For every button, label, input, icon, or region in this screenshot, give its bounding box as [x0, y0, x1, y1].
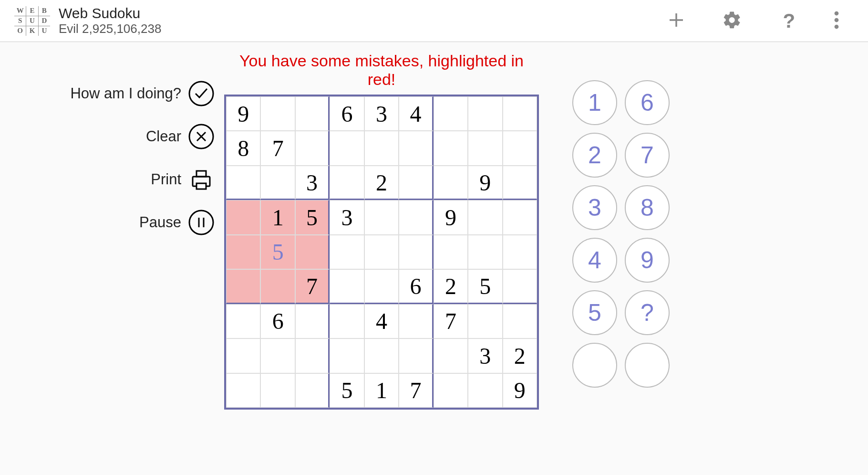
number-button-5[interactable]: 5: [572, 290, 617, 335]
sudoku-cell[interactable]: 6: [330, 96, 364, 131]
sudoku-cell[interactable]: [434, 166, 468, 200]
sudoku-cell[interactable]: [295, 304, 330, 338]
sudoku-cell[interactable]: 6: [399, 269, 433, 304]
sudoku-cell[interactable]: 9: [226, 96, 260, 131]
sudoku-cell[interactable]: 3: [330, 200, 364, 234]
sudoku-cell[interactable]: [295, 373, 330, 408]
sudoku-cell[interactable]: [226, 269, 260, 304]
new-game-icon[interactable]: [666, 10, 686, 32]
sudoku-cell[interactable]: 9: [434, 200, 468, 234]
check-button[interactable]: How am I doing?: [70, 80, 215, 107]
sudoku-cell[interactable]: 4: [364, 304, 399, 338]
sudoku-cell[interactable]: [503, 269, 537, 304]
hint-button[interactable]: ?: [625, 290, 670, 335]
sudoku-cell[interactable]: 2: [503, 338, 537, 373]
sudoku-cell[interactable]: [468, 200, 502, 234]
sudoku-cell[interactable]: [503, 96, 537, 131]
sudoku-cell[interactable]: [295, 96, 330, 131]
sudoku-cell[interactable]: 7: [399, 373, 433, 408]
sudoku-cell[interactable]: [468, 373, 502, 408]
sudoku-cell[interactable]: [503, 235, 537, 269]
sudoku-cell[interactable]: [503, 200, 537, 234]
sudoku-cell[interactable]: 3: [364, 96, 399, 131]
sudoku-cell[interactable]: [260, 269, 295, 304]
sudoku-cell[interactable]: [503, 304, 537, 338]
number-button-3[interactable]: 3: [572, 185, 617, 230]
sudoku-cell[interactable]: [399, 338, 433, 373]
sudoku-cell[interactable]: [434, 373, 468, 408]
sudoku-cell[interactable]: [434, 338, 468, 373]
sudoku-cell[interactable]: [399, 235, 433, 269]
sudoku-cell[interactable]: [226, 304, 260, 338]
sudoku-cell[interactable]: [226, 166, 260, 200]
sudoku-cell[interactable]: 5: [330, 373, 364, 408]
sudoku-cell[interactable]: 5: [468, 269, 502, 304]
sudoku-cell[interactable]: [330, 166, 364, 200]
sudoku-cell[interactable]: [364, 200, 399, 234]
number-button-4[interactable]: 4: [572, 238, 617, 283]
sudoku-cell[interactable]: 3: [468, 338, 502, 373]
sudoku-cell[interactable]: 5: [260, 235, 295, 269]
sudoku-cell[interactable]: 6: [260, 304, 295, 338]
sudoku-cell[interactable]: [226, 373, 260, 408]
number-button-9[interactable]: 9: [625, 238, 670, 283]
pause-button[interactable]: Pause: [139, 209, 215, 236]
sudoku-cell[interactable]: [295, 235, 330, 269]
sudoku-cell[interactable]: [468, 96, 502, 131]
sudoku-cell[interactable]: 1: [260, 200, 295, 234]
sudoku-cell[interactable]: [468, 304, 502, 338]
empty-button[interactable]: [572, 343, 617, 388]
sudoku-cell[interactable]: [399, 166, 433, 200]
help-icon[interactable]: ?: [778, 10, 798, 32]
number-button-6[interactable]: 6: [625, 80, 670, 125]
number-button-1[interactable]: 1: [572, 80, 617, 125]
sudoku-cell[interactable]: [503, 166, 537, 200]
sudoku-cell[interactable]: 8: [226, 131, 260, 165]
sudoku-cell[interactable]: [434, 235, 468, 269]
clear-button[interactable]: Clear: [146, 123, 215, 150]
sudoku-cell[interactable]: 1: [364, 373, 399, 408]
sudoku-cell[interactable]: 9: [503, 373, 537, 408]
more-icon[interactable]: [834, 10, 839, 32]
sudoku-cell[interactable]: [330, 269, 364, 304]
sudoku-cell[interactable]: [260, 338, 295, 373]
sudoku-cell[interactable]: 4: [399, 96, 433, 131]
print-button[interactable]: Print: [151, 166, 215, 193]
sudoku-cell[interactable]: [260, 166, 295, 200]
sudoku-cell[interactable]: [399, 200, 433, 234]
sudoku-cell[interactable]: [468, 131, 502, 165]
sudoku-cell[interactable]: [330, 235, 364, 269]
sudoku-cell[interactable]: [330, 131, 364, 165]
sudoku-cell[interactable]: [399, 304, 433, 338]
sudoku-cell[interactable]: [364, 131, 399, 165]
settings-icon[interactable]: [722, 10, 742, 32]
sudoku-cell[interactable]: [260, 96, 295, 131]
sudoku-cell[interactable]: [330, 304, 364, 338]
sudoku-cell[interactable]: [226, 338, 260, 373]
sudoku-cell[interactable]: 2: [434, 269, 468, 304]
number-button-2[interactable]: 2: [572, 133, 617, 178]
sudoku-cell[interactable]: [295, 338, 330, 373]
sudoku-cell[interactable]: 2: [364, 166, 399, 200]
sudoku-cell[interactable]: [434, 96, 468, 131]
sudoku-cell[interactable]: [260, 373, 295, 408]
number-button-7[interactable]: 7: [625, 133, 670, 178]
sudoku-cell[interactable]: 7: [434, 304, 468, 338]
sudoku-cell[interactable]: [226, 200, 260, 234]
sudoku-cell[interactable]: 5: [295, 200, 330, 234]
sudoku-cell[interactable]: [399, 131, 433, 165]
sudoku-cell[interactable]: 7: [295, 269, 330, 304]
sudoku-cell[interactable]: 9: [468, 166, 502, 200]
sudoku-cell[interactable]: [364, 235, 399, 269]
sudoku-cell[interactable]: [295, 131, 330, 165]
sudoku-cell[interactable]: [226, 235, 260, 269]
sudoku-cell[interactable]: [434, 131, 468, 165]
sudoku-cell[interactable]: 7: [260, 131, 295, 165]
sudoku-cell[interactable]: [330, 338, 364, 373]
sudoku-cell[interactable]: [503, 131, 537, 165]
sudoku-cell[interactable]: [364, 269, 399, 304]
sudoku-cell[interactable]: [468, 235, 502, 269]
sudoku-cell[interactable]: [364, 338, 399, 373]
sudoku-cell[interactable]: 3: [295, 166, 330, 200]
number-button-8[interactable]: 8: [625, 185, 670, 230]
